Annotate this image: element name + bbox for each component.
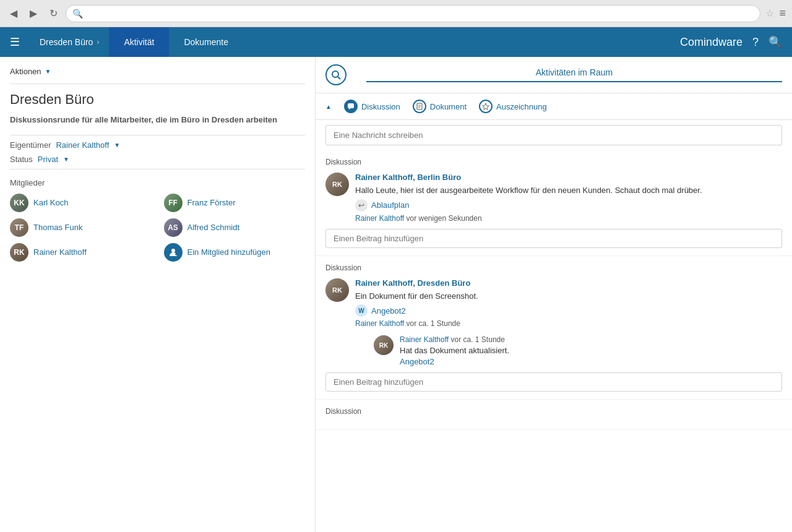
header-search-button[interactable]: 🔍: [768, 35, 782, 49]
post-author-2[interactable]: Rainer Kalthoff, Dresden Büro: [355, 278, 782, 288]
activities-title: Aktivitäten im Raum: [366, 67, 782, 82]
add-member-icon: [164, 243, 183, 262]
avatar-karl-koch: KK: [10, 194, 28, 212]
attachment-icon-2: W: [355, 304, 368, 317]
member-name-alfred-schmidt: Alfred Schmidt: [187, 223, 240, 232]
post-meta-time-2: vor ca. 1 Stunde: [407, 319, 460, 328]
right-panel-header: Aktivitäten im Raum: [316, 57, 792, 93]
member-name-rainer-kalthoff: Rainer Kalthoff: [33, 247, 87, 257]
post-author-1[interactable]: Rainer Kalthoff, Berlin Büro: [355, 173, 782, 182]
reply-input-1[interactable]: [325, 229, 782, 248]
browser-menu-icon[interactable]: ≡: [779, 7, 786, 20]
svg-rect-2: [176, 253, 177, 255]
post-meta-2: Rainer Kalthoff vor ca. 1 Stunde: [355, 319, 782, 328]
add-member-button[interactable]: Ein Mitglied hinzufügen: [164, 243, 306, 262]
auszeichnung-tab-label: Auszeichnung: [496, 102, 547, 111]
hamburger-menu-button[interactable]: ☰: [0, 27, 30, 57]
actions-button[interactable]: Aktionen ▼: [10, 67, 305, 76]
owner-label: Eigentümer: [10, 140, 51, 150]
nested-avatar-1: RK: [374, 335, 394, 355]
members-section: Mitglieder KK Karl Koch FF Franz Förster: [10, 178, 305, 262]
tab-aktivitat[interactable]: Aktivität: [109, 27, 169, 57]
browser-chrome: ◀ ▶ ↻ 🔍 ☆ ≡: [0, 0, 792, 27]
discussion-block-1: Diskussion RK Rainer Kalthoff, Berlin Bü…: [316, 150, 792, 256]
diskussion-tab-icon: [344, 100, 358, 113]
header-right: Comindware ? 🔍: [670, 35, 792, 49]
avatar-placeholder: KK: [10, 194, 28, 212]
svg-marker-11: [483, 103, 489, 109]
diskussion-tab-label: Diskussion: [361, 102, 400, 111]
member-name-thomas-funk: Thomas Funk: [33, 223, 82, 232]
reply-input-2[interactable]: [325, 372, 782, 392]
status-row: Status Privat ▼: [10, 155, 305, 164]
tab-dokumente[interactable]: Dokumente: [169, 27, 243, 57]
tab-auszeichnung[interactable]: Auszeichnung: [479, 100, 547, 113]
nested-reply-1: RK Rainer Kalthoff vor ca. 1 Stunde Hat …: [374, 335, 782, 366]
attachment-name-2: Angebot2: [371, 306, 406, 315]
post-meta-1: Rainer Kalthoff vor wenigen Sekunden: [355, 214, 782, 223]
status-label: Status: [10, 155, 33, 164]
svg-rect-5: [348, 103, 354, 108]
refresh-button[interactable]: ↻: [46, 6, 61, 21]
avatar-thomas-funk: TF: [10, 218, 28, 237]
avatar-img-rk1: RK: [325, 173, 349, 196]
owner-dropdown-icon[interactable]: ▼: [114, 142, 120, 148]
back-button[interactable]: ◀: [6, 6, 21, 21]
owner-value[interactable]: Rainer Kalthoff: [56, 140, 109, 150]
post-meta-author-1[interactable]: Rainer Kalthoff: [355, 214, 404, 223]
svg-point-3: [332, 71, 338, 77]
svg-line-4: [338, 77, 340, 79]
status-dropdown-icon[interactable]: ▼: [63, 156, 69, 163]
discussion-label-3: Diskussion: [325, 407, 782, 416]
left-panel: Aktionen ▼ Dresden Büro Diskussionsrunde…: [0, 57, 316, 532]
auszeichnung-tab-icon: [479, 100, 493, 113]
bookmark-icon[interactable]: ☆: [765, 7, 774, 19]
nested-avatar-img: RK: [374, 335, 394, 355]
tab-diskussion[interactable]: Diskussion: [344, 100, 400, 113]
post-avatar-2: RK: [325, 278, 349, 302]
actions-dropdown-icon: ▼: [45, 68, 51, 75]
avatar-placeholder-ff: FF: [164, 194, 183, 212]
member-item-rainer-kalthoff[interactable]: RK Rainer Kalthoff: [10, 243, 152, 262]
address-input[interactable]: [87, 9, 754, 18]
member-item-thomas-funk[interactable]: TF Thomas Funk: [10, 218, 152, 237]
post-content-2: Rainer Kalthoff, Dresden Büro Ein Dokume…: [355, 278, 782, 367]
post-meta-time-1: vor wenigen Sekunden: [407, 214, 482, 223]
post-attachment-1[interactable]: ↩ Ablaufplan: [355, 199, 782, 212]
post-meta-author-2[interactable]: Rainer Kalthoff: [355, 319, 404, 328]
compose-input[interactable]: [325, 125, 782, 145]
post-text-2: Ein Dokument für den Screenshot.: [355, 290, 782, 302]
dokument-tab-icon: [413, 100, 426, 113]
breadcrumb-root-label[interactable]: Dresden Büro: [40, 37, 93, 47]
avatar-franz-forster: FF: [164, 194, 183, 212]
nested-content-1: Rainer Kalthoff vor ca. 1 Stunde Hat das…: [400, 335, 782, 366]
member-item-alfred-schmidt[interactable]: AS Alfred Schmidt: [164, 218, 306, 237]
avatar-alfred-schmidt: AS: [164, 218, 183, 237]
svg-marker-6: [349, 108, 351, 109]
nested-author-1[interactable]: Rainer Kalthoff: [400, 335, 449, 344]
activity-search-button[interactable]: [325, 64, 346, 85]
member-item-franz-forster[interactable]: FF Franz Förster: [164, 194, 306, 212]
post-attachment-2[interactable]: W Angebot2: [355, 304, 782, 317]
brand-label: Comindware: [680, 36, 742, 49]
member-name-karl-koch: Karl Koch: [33, 198, 68, 207]
members-grid: KK Karl Koch FF Franz Förster TF Th: [10, 194, 305, 262]
address-bar[interactable]: 🔍: [66, 5, 760, 22]
reply-input-area-2: [325, 372, 782, 392]
status-value[interactable]: Privat: [38, 155, 58, 164]
tab-dokument[interactable]: Dokument: [413, 100, 467, 113]
discussion-block-3: Diskussion: [316, 400, 792, 430]
help-button[interactable]: ?: [752, 36, 759, 49]
nested-time-1: vor ca. 1 Stunde: [451, 335, 505, 344]
divider-3: [10, 169, 305, 169]
member-item-karl-koch[interactable]: KK Karl Koch: [10, 194, 152, 212]
svg-point-0: [171, 249, 175, 252]
avatar-placeholder-tf: TF: [10, 218, 28, 237]
room-title: Dresden Büro: [10, 92, 305, 108]
members-title: Mitglieder: [10, 178, 305, 187]
header-nav-tabs: Aktivität Dokumente: [109, 27, 670, 57]
activity-type-tabs: ▲ Diskussion: [316, 93, 792, 120]
nested-attachment-1[interactable]: Angebot2: [400, 357, 782, 366]
forward-button[interactable]: ▶: [26, 6, 41, 21]
compose-collapse-icon[interactable]: ▲: [325, 103, 332, 110]
